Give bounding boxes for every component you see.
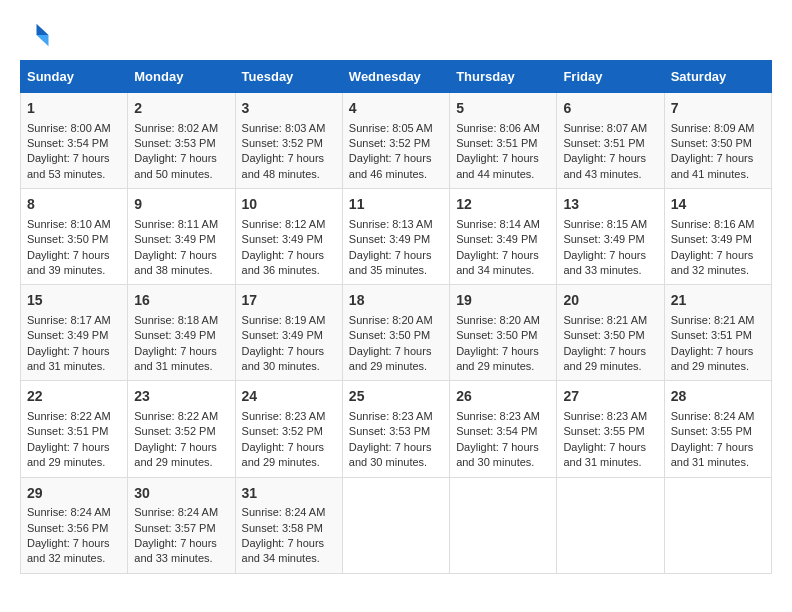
sunset-text: Sunset: 3:49 PM <box>27 329 108 341</box>
daylight-text: Daylight: 7 hours and 31 minutes. <box>134 345 217 372</box>
sunset-text: Sunset: 3:58 PM <box>242 522 323 534</box>
daylight-text: Daylight: 7 hours and 29 minutes. <box>134 441 217 468</box>
calendar-cell: 31 Sunrise: 8:24 AM Sunset: 3:58 PM Dayl… <box>235 477 342 573</box>
sunset-text: Sunset: 3:54 PM <box>456 425 537 437</box>
sunrise-text: Sunrise: 8:07 AM <box>563 122 647 134</box>
sunrise-text: Sunrise: 8:03 AM <box>242 122 326 134</box>
day-number: 31 <box>242 484 336 504</box>
sunset-text: Sunset: 3:50 PM <box>456 329 537 341</box>
sunrise-text: Sunrise: 8:23 AM <box>242 410 326 422</box>
sunrise-text: Sunrise: 8:20 AM <box>456 314 540 326</box>
sunrise-text: Sunrise: 8:24 AM <box>134 506 218 518</box>
daylight-text: Daylight: 7 hours and 29 minutes. <box>456 345 539 372</box>
day-number: 30 <box>134 484 228 504</box>
sunset-text: Sunset: 3:54 PM <box>27 137 108 149</box>
sunrise-text: Sunrise: 8:23 AM <box>563 410 647 422</box>
sunset-text: Sunset: 3:49 PM <box>134 233 215 245</box>
week-row-1: 1 Sunrise: 8:00 AM Sunset: 3:54 PM Dayli… <box>21 93 772 189</box>
day-number: 8 <box>27 195 121 215</box>
sunset-text: Sunset: 3:50 PM <box>349 329 430 341</box>
sunrise-text: Sunrise: 8:20 AM <box>349 314 433 326</box>
daylight-text: Daylight: 7 hours and 39 minutes. <box>27 249 110 276</box>
sunset-text: Sunset: 3:49 PM <box>456 233 537 245</box>
day-number: 29 <box>27 484 121 504</box>
calendar-cell: 20 Sunrise: 8:21 AM Sunset: 3:50 PM Dayl… <box>557 285 664 381</box>
sunset-text: Sunset: 3:49 PM <box>671 233 752 245</box>
daylight-text: Daylight: 7 hours and 41 minutes. <box>671 152 754 179</box>
week-row-4: 22 Sunrise: 8:22 AM Sunset: 3:51 PM Dayl… <box>21 381 772 477</box>
day-number: 13 <box>563 195 657 215</box>
calendar-cell: 5 Sunrise: 8:06 AM Sunset: 3:51 PM Dayli… <box>450 93 557 189</box>
calendar-cell: 12 Sunrise: 8:14 AM Sunset: 3:49 PM Dayl… <box>450 189 557 285</box>
column-header-tuesday: Tuesday <box>235 61 342 93</box>
svg-marker-0 <box>37 24 49 35</box>
sunrise-text: Sunrise: 8:17 AM <box>27 314 111 326</box>
calendar-cell: 13 Sunrise: 8:15 AM Sunset: 3:49 PM Dayl… <box>557 189 664 285</box>
day-number: 16 <box>134 291 228 311</box>
calendar-cell: 25 Sunrise: 8:23 AM Sunset: 3:53 PM Dayl… <box>342 381 449 477</box>
calendar-cell: 14 Sunrise: 8:16 AM Sunset: 3:49 PM Dayl… <box>664 189 771 285</box>
daylight-text: Daylight: 7 hours and 32 minutes. <box>27 537 110 564</box>
day-number: 15 <box>27 291 121 311</box>
sunrise-text: Sunrise: 8:15 AM <box>563 218 647 230</box>
sunset-text: Sunset: 3:49 PM <box>563 233 644 245</box>
sunrise-text: Sunrise: 8:05 AM <box>349 122 433 134</box>
sunrise-text: Sunrise: 8:18 AM <box>134 314 218 326</box>
sunrise-text: Sunrise: 8:23 AM <box>349 410 433 422</box>
day-number: 12 <box>456 195 550 215</box>
daylight-text: Daylight: 7 hours and 30 minutes. <box>456 441 539 468</box>
daylight-text: Daylight: 7 hours and 33 minutes. <box>563 249 646 276</box>
sunset-text: Sunset: 3:52 PM <box>134 425 215 437</box>
sunset-text: Sunset: 3:51 PM <box>27 425 108 437</box>
column-header-friday: Friday <box>557 61 664 93</box>
calendar-cell: 11 Sunrise: 8:13 AM Sunset: 3:49 PM Dayl… <box>342 189 449 285</box>
calendar-cell: 10 Sunrise: 8:12 AM Sunset: 3:49 PM Dayl… <box>235 189 342 285</box>
daylight-text: Daylight: 7 hours and 35 minutes. <box>349 249 432 276</box>
calendar-cell <box>557 477 664 573</box>
sunset-text: Sunset: 3:53 PM <box>349 425 430 437</box>
day-number: 22 <box>27 387 121 407</box>
daylight-text: Daylight: 7 hours and 31 minutes. <box>27 345 110 372</box>
sunrise-text: Sunrise: 8:09 AM <box>671 122 755 134</box>
sunset-text: Sunset: 3:50 PM <box>27 233 108 245</box>
calendar-cell: 19 Sunrise: 8:20 AM Sunset: 3:50 PM Dayl… <box>450 285 557 381</box>
sunrise-text: Sunrise: 8:10 AM <box>27 218 111 230</box>
sunset-text: Sunset: 3:51 PM <box>563 137 644 149</box>
calendar-cell: 23 Sunrise: 8:22 AM Sunset: 3:52 PM Dayl… <box>128 381 235 477</box>
column-header-monday: Monday <box>128 61 235 93</box>
calendar-cell: 27 Sunrise: 8:23 AM Sunset: 3:55 PM Dayl… <box>557 381 664 477</box>
sunset-text: Sunset: 3:55 PM <box>671 425 752 437</box>
daylight-text: Daylight: 7 hours and 29 minutes. <box>27 441 110 468</box>
day-number: 3 <box>242 99 336 119</box>
sunset-text: Sunset: 3:52 PM <box>242 137 323 149</box>
logo-icon <box>20 20 50 50</box>
daylight-text: Daylight: 7 hours and 32 minutes. <box>671 249 754 276</box>
day-number: 1 <box>27 99 121 119</box>
day-number: 14 <box>671 195 765 215</box>
column-header-wednesday: Wednesday <box>342 61 449 93</box>
daylight-text: Daylight: 7 hours and 34 minutes. <box>456 249 539 276</box>
calendar-cell: 7 Sunrise: 8:09 AM Sunset: 3:50 PM Dayli… <box>664 93 771 189</box>
sunset-text: Sunset: 3:51 PM <box>671 329 752 341</box>
day-number: 2 <box>134 99 228 119</box>
week-row-5: 29 Sunrise: 8:24 AM Sunset: 3:56 PM Dayl… <box>21 477 772 573</box>
daylight-text: Daylight: 7 hours and 29 minutes. <box>349 345 432 372</box>
sunset-text: Sunset: 3:57 PM <box>134 522 215 534</box>
calendar-cell: 22 Sunrise: 8:22 AM Sunset: 3:51 PM Dayl… <box>21 381 128 477</box>
calendar-cell: 6 Sunrise: 8:07 AM Sunset: 3:51 PM Dayli… <box>557 93 664 189</box>
calendar-cell: 18 Sunrise: 8:20 AM Sunset: 3:50 PM Dayl… <box>342 285 449 381</box>
daylight-text: Daylight: 7 hours and 29 minutes. <box>563 345 646 372</box>
sunrise-text: Sunrise: 8:12 AM <box>242 218 326 230</box>
calendar-cell: 15 Sunrise: 8:17 AM Sunset: 3:49 PM Dayl… <box>21 285 128 381</box>
calendar-cell: 24 Sunrise: 8:23 AM Sunset: 3:52 PM Dayl… <box>235 381 342 477</box>
daylight-text: Daylight: 7 hours and 53 minutes. <box>27 152 110 179</box>
week-row-3: 15 Sunrise: 8:17 AM Sunset: 3:49 PM Dayl… <box>21 285 772 381</box>
daylight-text: Daylight: 7 hours and 30 minutes. <box>349 441 432 468</box>
sunset-text: Sunset: 3:51 PM <box>456 137 537 149</box>
sunset-text: Sunset: 3:52 PM <box>349 137 430 149</box>
calendar-cell: 8 Sunrise: 8:10 AM Sunset: 3:50 PM Dayli… <box>21 189 128 285</box>
daylight-text: Daylight: 7 hours and 46 minutes. <box>349 152 432 179</box>
calendar-cell <box>450 477 557 573</box>
week-row-2: 8 Sunrise: 8:10 AM Sunset: 3:50 PM Dayli… <box>21 189 772 285</box>
sunrise-text: Sunrise: 8:21 AM <box>671 314 755 326</box>
